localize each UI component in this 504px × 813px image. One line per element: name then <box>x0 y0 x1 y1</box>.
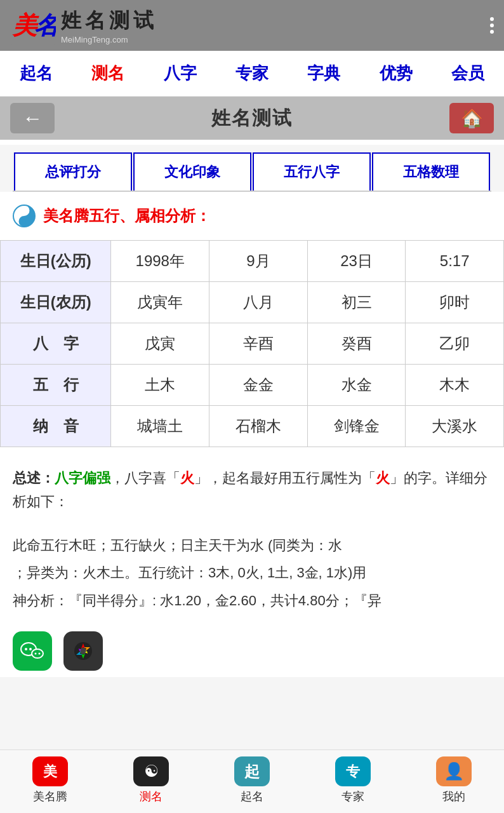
svg-point-4 <box>22 209 26 213</box>
label-gongli: 生日(公历) <box>1 241 111 282</box>
camera-icon[interactable] <box>63 631 103 671</box>
menu-dots[interactable] <box>490 17 494 34</box>
label-wuxing: 五 行 <box>1 365 111 406</box>
bottom-nav-meiming[interactable]: 美 美名腾 <box>32 756 68 804</box>
main-nav: 起名 测名 八字 专家 字典 优势 会员 <box>0 51 504 97</box>
summary-mid2: 」，起名最好用五行属性为「 <box>194 470 376 486</box>
value-wx2: 金金 <box>209 365 308 406</box>
summary-prefix: 总述： <box>13 470 55 486</box>
back-button[interactable]: ← <box>10 103 55 133</box>
table-row: 生日(公历) 1998年 9月 23日 5:17 <box>1 241 504 282</box>
cename-icon: ☯ <box>133 756 169 786</box>
value-day: 23日 <box>307 241 406 282</box>
logo-main-text: 姓名测试 <box>61 7 157 35</box>
summary-mid: ，八字喜「 <box>110 470 180 486</box>
table-row: 生日(农历) 戊寅年 八月 初三 卯时 <box>1 282 504 323</box>
tab-wuxing[interactable]: 五行八字 <box>253 152 371 191</box>
main-content: 总评打分 文化印象 五行八字 五格数理 美名腾五行、属相分析： 生日(公历) <box>0 145 504 677</box>
bottom-nav-zhuanjia[interactable]: 专 专家 <box>335 756 371 804</box>
page-title: 姓名测试 <box>211 105 293 131</box>
meiming-label: 美名腾 <box>33 789 67 804</box>
value-bz3: 癸酉 <box>307 323 406 365</box>
zhuanjia-label: 专家 <box>342 789 364 804</box>
svg-point-9 <box>32 649 43 658</box>
qiming-icon: 起 <box>234 756 270 786</box>
label-nayin: 纳 音 <box>1 406 111 447</box>
table-row: 五 行 土木 金金 水金 木木 <box>1 365 504 406</box>
home-icon: 🏠 <box>461 108 483 129</box>
value-bz2: 辛酉 <box>209 323 308 365</box>
back-arrow-icon: ← <box>22 107 43 130</box>
cename-label: 测名 <box>140 789 162 804</box>
svg-text:名: 名 <box>34 12 56 39</box>
meiming-icon: 美 <box>32 756 68 786</box>
description-section: 此命五行木旺；五行缺火；日主天干为水 (同类为：水 ；异类为：火木土。五行统计：… <box>0 527 504 620</box>
value-wx3: 水金 <box>307 365 406 406</box>
section-icon <box>13 205 36 227</box>
home-button[interactable]: 🏠 <box>449 103 494 133</box>
data-table: 生日(公历) 1998年 9月 23日 5:17 生日(农历) 戊寅年 八月 初… <box>0 240 504 447</box>
wechat-icon[interactable] <box>13 631 52 671</box>
tab-bar: 总评打分 文化印象 五行八字 五格数理 <box>13 152 491 192</box>
nav-cename[interactable]: 测名 <box>86 60 129 87</box>
nav-zidian[interactable]: 字典 <box>302 60 345 87</box>
table-row: 八 字 戊寅 辛酉 癸酉 乙卯 <box>1 323 504 365</box>
zhuanjia-icon: 专 <box>335 756 371 786</box>
summary-strong: 八字偏强 <box>55 470 110 486</box>
label-nongli: 生日(农历) <box>1 282 111 323</box>
section-title: 美名腾五行、属相分析： <box>43 206 211 226</box>
breadcrumb-bar: ← 姓名测试 🏠 <box>0 97 504 140</box>
value-ny4: 大溪水 <box>406 406 504 447</box>
logo-icon: 美 名 <box>10 6 56 45</box>
value-nl-month: 八月 <box>209 282 308 323</box>
summary-section: 总述：八字偏强，八字喜「火」，起名最好用五行属性为「火」的字。详细分析如下： <box>0 454 504 527</box>
nav-bazi[interactable]: 八字 <box>159 60 202 87</box>
desc-para3: 神分析：『同半得分』: 水1.20，金2.60，共计4.80分；『异 <box>13 588 491 614</box>
value-wx1: 土木 <box>111 365 209 406</box>
summary-fire1: 火 <box>180 470 194 486</box>
value-time: 5:17 <box>406 241 504 282</box>
logo-text-area: 姓名测试 MeiMingTeng.com <box>61 7 157 44</box>
wode-label: 我的 <box>442 789 465 804</box>
logo-url: MeiMingTeng.com <box>61 35 157 44</box>
desc-para2: ；异类为：火木土。五行统计：3木, 0火, 1土, 3金, 1水)用 <box>13 560 491 586</box>
svg-point-11 <box>39 652 41 654</box>
value-nl-year: 戊寅年 <box>111 282 209 323</box>
value-ny1: 城墙土 <box>111 406 209 447</box>
svg-point-7 <box>25 648 27 650</box>
nav-huiyuan[interactable]: 会员 <box>446 60 489 87</box>
app-header: 美 名 姓名测试 MeiMingTeng.com <box>0 0 504 51</box>
bottom-nav-cename[interactable]: ☯ 测名 <box>133 756 169 804</box>
wode-icon: 👤 <box>436 756 472 786</box>
nav-zhuanjia[interactable]: 专家 <box>230 60 274 87</box>
section-header: 美名腾五行、属相分析： <box>0 192 504 234</box>
value-nl-day: 初三 <box>307 282 406 323</box>
table-row: 纳 音 城墙土 石榴木 剑锋金 大溪水 <box>1 406 504 447</box>
logo-area: 美 名 姓名测试 MeiMingTeng.com <box>10 6 157 45</box>
tab-wuge[interactable]: 五格数理 <box>372 152 490 191</box>
svg-point-8 <box>29 648 32 650</box>
svg-point-10 <box>35 652 37 654</box>
value-ny3: 剑锋金 <box>307 406 406 447</box>
value-nl-time: 卯时 <box>406 282 504 323</box>
tab-wenhua[interactable]: 文化印象 <box>133 152 251 191</box>
bottom-nav-qiming[interactable]: 起 起名 <box>234 756 270 804</box>
value-bz4: 乙卯 <box>406 323 504 365</box>
label-bazi: 八 字 <box>1 323 111 365</box>
tab-zoneping[interactable]: 总评打分 <box>14 152 132 191</box>
nav-youshi[interactable]: 优势 <box>375 60 418 87</box>
summary-fire2: 火 <box>376 470 390 486</box>
bottom-nav-wode[interactable]: 👤 我的 <box>436 756 472 804</box>
value-wx4: 木木 <box>406 365 504 406</box>
bottom-nav: 美 美名腾 ☯ 测名 起 起名 专 专家 👤 我的 <box>0 749 504 813</box>
qiming-label: 起名 <box>241 789 263 804</box>
value-year: 1998年 <box>111 241 209 282</box>
nav-qiming[interactable]: 起名 <box>15 60 58 87</box>
desc-para1: 此命五行木旺；五行缺火；日主天干为水 (同类为：水 <box>13 533 491 558</box>
value-month: 9月 <box>209 241 308 282</box>
value-ny2: 石榴木 <box>209 406 308 447</box>
value-bz1: 戊寅 <box>111 323 209 365</box>
svg-point-13 <box>80 648 86 654</box>
svg-point-5 <box>22 220 26 224</box>
